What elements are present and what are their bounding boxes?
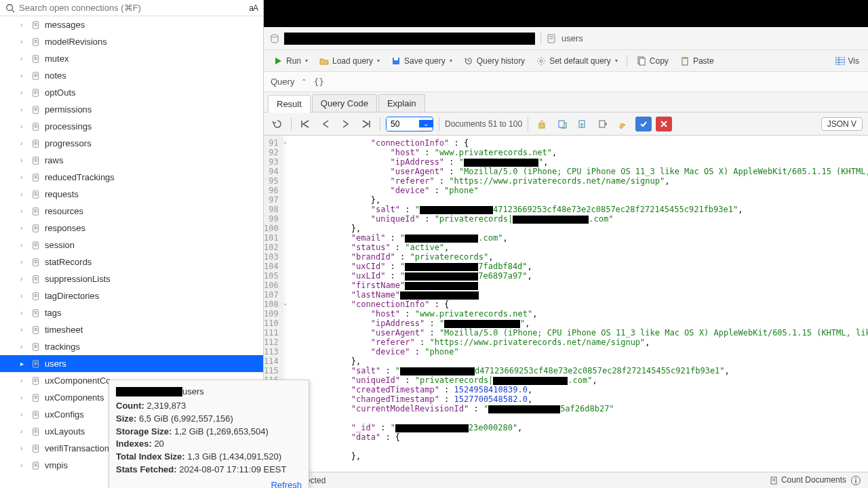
- tree-item-permissions[interactable]: ›permissions: [0, 101, 263, 118]
- tree-item-messages[interactable]: ›messages: [0, 16, 263, 33]
- svg-rect-42: [33, 190, 39, 198]
- tooltip-refresh[interactable]: Refresh: [116, 479, 302, 488]
- tab-explain[interactable]: Explain: [378, 94, 425, 112]
- default-label: Set default query: [549, 56, 611, 66]
- svg-rect-82: [33, 360, 39, 367]
- tree-item-label: vmpis: [45, 460, 68, 470]
- chevron-right-icon: ▸: [20, 360, 28, 367]
- svg-marker-114: [275, 58, 281, 64]
- check-icon[interactable]: [635, 117, 652, 131]
- code-area[interactable]: "connectionInfo" : { "host" : "www.priva…: [287, 136, 868, 472]
- last-page-button[interactable]: [358, 117, 374, 131]
- tree-item-label: messages: [45, 20, 85, 30]
- chevron-right-icon: ›: [20, 123, 28, 130]
- tree-item-users[interactable]: ▸users: [0, 355, 263, 372]
- tree-item-suppressionLists[interactable]: ›suppressionLists: [0, 270, 263, 287]
- database-icon: [269, 33, 280, 44]
- json-editor[interactable]: 9192939495969798991001011021031041051061…: [264, 136, 868, 472]
- tree-item-session[interactable]: ›session: [0, 237, 263, 253]
- collection-icon: [31, 207, 41, 216]
- tree-item-responses[interactable]: ›responses: [0, 220, 263, 237]
- chevron-right-icon: ›: [20, 140, 28, 147]
- refresh-button[interactable]: [269, 117, 285, 131]
- svg-rect-30: [33, 140, 39, 147]
- query-history-button[interactable]: Query history: [458, 53, 530, 69]
- chevron-right-icon: ›: [20, 89, 28, 96]
- grid-icon: [835, 56, 846, 66]
- tree-item-resources[interactable]: ›resources: [0, 203, 263, 220]
- tree-item-modelRevisions[interactable]: ›modelRevisions: [0, 33, 263, 50]
- tree-item-notes[interactable]: ›notes: [0, 67, 263, 84]
- tab-result[interactable]: Result: [268, 95, 311, 113]
- visual-button[interactable]: Vis: [830, 53, 864, 69]
- tree-item-label: mutex: [45, 54, 68, 64]
- import-icon[interactable]: [574, 117, 591, 131]
- tree-item-processings[interactable]: ›processings: [0, 118, 263, 135]
- collection-icon: [31, 20, 41, 30]
- load-query-button[interactable]: Load query ▾: [314, 53, 384, 69]
- tree-item-timesheet[interactable]: ›timesheet: [0, 321, 263, 338]
- search-bar[interactable]: aA: [0, 0, 263, 16]
- tree-item-requests[interactable]: ›requests: [0, 186, 263, 203]
- tree-item-tagDirectories[interactable]: ›tagDirectories: [0, 287, 263, 304]
- view-mode-select[interactable]: JSON V: [821, 117, 863, 131]
- chevron-right-icon: ›: [20, 72, 28, 79]
- collection-icon: [31, 241, 41, 250]
- tree-item-label: uxComponentCo: [45, 375, 111, 386]
- info-icon[interactable]: [850, 475, 861, 486]
- tree-item-progressors[interactable]: ›progressors: [0, 135, 263, 152]
- collection-icon: [31, 224, 41, 233]
- collection-icon: [31, 376, 41, 386]
- tree-item-raws[interactable]: ›raws: [0, 152, 263, 169]
- tree-item-label: users: [45, 359, 66, 369]
- chevron-right-icon: ›: [20, 241, 28, 249]
- collection-icon: [31, 190, 41, 199]
- tree-item-optOuts[interactable]: ›optOuts: [0, 84, 263, 101]
- chevron-right-icon: ›: [20, 21, 28, 28]
- tree-item-reducedTrackings[interactable]: ›reducedTrackings: [0, 169, 263, 186]
- chevron-up-icon[interactable]: ⌃: [301, 78, 307, 85]
- svg-rect-131: [599, 121, 605, 127]
- tree-item-tags[interactable]: ›tags: [0, 304, 263, 321]
- lock-icon[interactable]: [534, 117, 550, 131]
- tree-item-label: uxLayouts: [45, 426, 85, 436]
- prev-page-button[interactable]: [317, 117, 334, 131]
- text-size-icon[interactable]: aA: [249, 3, 258, 13]
- tree-item-mutex[interactable]: ›mutex: [0, 50, 263, 67]
- run-button[interactable]: Run ▾: [268, 53, 313, 69]
- count-documents-button[interactable]: Count Documents: [770, 475, 846, 485]
- svg-rect-90: [33, 394, 39, 401]
- tree-item-label: notes: [45, 70, 66, 81]
- paste-button[interactable]: Paste: [675, 53, 719, 69]
- next-page-button[interactable]: [338, 117, 354, 131]
- search-input[interactable]: [19, 3, 249, 13]
- tab-query-code[interactable]: Query Code: [312, 94, 377, 112]
- vis-label: Vis: [848, 56, 859, 66]
- svg-rect-66: [33, 292, 39, 300]
- edit-icon[interactable]: [615, 117, 631, 131]
- svg-rect-102: [33, 445, 39, 452]
- tab-strip[interactable]: [264, 0, 868, 27]
- collection-icon: [31, 427, 41, 436]
- result-tabs: Result Query Code Explain: [264, 92, 868, 113]
- collection-icon: [31, 274, 41, 284]
- save-query-button[interactable]: Save query ▾: [386, 53, 457, 69]
- tree-item-label: session: [45, 240, 75, 250]
- chevron-down-icon[interactable]: ⌄: [419, 120, 433, 127]
- collection-icon: [31, 325, 41, 335]
- export-icon[interactable]: [554, 117, 570, 131]
- tree-item-statRecords[interactable]: ›statRecords: [0, 253, 263, 270]
- doc-out-icon[interactable]: [595, 117, 611, 131]
- delete-icon[interactable]: [656, 117, 672, 131]
- query-braces[interactable]: {}: [313, 77, 324, 87]
- chevron-right-icon: ›: [20, 190, 28, 198]
- result-toolbar: ⌄ Documents 51 to 100 JSON V: [264, 113, 868, 136]
- copy-button[interactable]: Copy: [631, 53, 673, 69]
- page-size-input[interactable]: [387, 117, 419, 131]
- collection-icon: [547, 33, 557, 44]
- tree-item-trackings[interactable]: ›trackings: [0, 338, 263, 355]
- first-page-button[interactable]: [297, 117, 313, 131]
- collection-icon: [31, 342, 41, 352]
- page-size-select[interactable]: ⌄: [386, 117, 433, 131]
- set-default-query-button[interactable]: Set default query ▾: [531, 53, 623, 69]
